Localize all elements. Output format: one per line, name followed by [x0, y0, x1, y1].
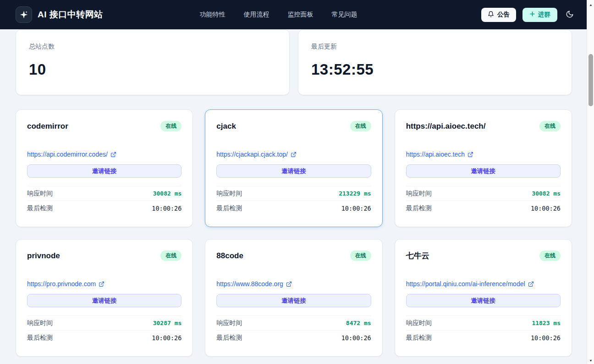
last-check-row: 最后检测 10:00:26: [27, 201, 182, 215]
stat-label: 最后更新: [311, 43, 559, 51]
invite-link-button[interactable]: 邀请链接: [27, 294, 182, 307]
invite-link-button[interactable]: 邀请链接: [27, 164, 182, 178]
last-check-label: 最后检测: [216, 334, 242, 342]
site-url-link[interactable]: https://cjackapi.cjack.top/: [216, 151, 288, 158]
announcement-label: 公告: [497, 11, 510, 19]
site-url-link[interactable]: https://www.88code.org: [216, 280, 283, 288]
site-name: privnode: [27, 251, 60, 261]
nav-link-workflow[interactable]: 使用流程: [243, 11, 269, 19]
last-check-value: 10:00:26: [341, 205, 371, 212]
site-name: codemirror: [27, 122, 68, 131]
invite-link-button[interactable]: 邀请链接: [406, 294, 561, 307]
response-time-value: 30082 ms: [153, 190, 182, 197]
scrollbar-up-arrow[interactable]: ▲: [587, 1, 594, 8]
scrollbar[interactable]: ▲ ▼: [587, 0, 594, 364]
nav-link-features[interactable]: 功能特性: [199, 11, 225, 19]
external-link-icon: [291, 152, 297, 158]
site-card-header: codemirror 在线: [27, 121, 182, 131]
response-time-row: 响应时间 8472 ms: [216, 315, 371, 330]
sparkle-logo-icon: [16, 6, 32, 23]
response-time-row: 响应时间 30082 ms: [27, 186, 182, 201]
nav-links: 功能特性 使用流程 监控面板 常见问题: [199, 11, 357, 19]
response-time-label: 响应时间: [406, 319, 432, 327]
response-time-value: 8472 ms: [346, 320, 371, 326]
site-card-header: 七牛云 在线: [406, 250, 561, 261]
navbar: AI 接口中转网站 功能特性 使用流程 监控面板 常见问题 公告 进群: [0, 0, 594, 29]
dark-mode-toggle[interactable]: [566, 10, 574, 20]
response-time-value: 30082 ms: [532, 190, 561, 197]
last-check-label: 最后检测: [216, 204, 242, 212]
site-card: cjack 在线 https://cjackapi.cjack.top/ 邀请链…: [205, 109, 382, 227]
site-title: AI 接口中转网站: [38, 9, 103, 21]
site-url-link[interactable]: https://api.aioec.tech: [406, 151, 465, 158]
site-link-row: https://pro.privnode.com: [27, 280, 182, 288]
site-link-row: https://api.aioec.tech: [406, 151, 561, 158]
invite-link-button[interactable]: 邀请链接: [216, 294, 371, 307]
external-link-icon: [528, 281, 534, 287]
last-check-value: 10:00:26: [531, 205, 561, 212]
site-link-row: https://portal.qiniu.com/ai-inference/mo…: [406, 280, 561, 288]
last-check-row: 最后检测 10:00:26: [27, 330, 182, 345]
last-check-label: 最后检测: [27, 334, 53, 342]
response-time-row: 响应时间 30287 ms: [27, 315, 182, 330]
site-card: codemirror 在线 https://api.codemirror.cod…: [16, 109, 193, 227]
site-card: https://api.aioec.tech/ 在线 https://api.a…: [395, 109, 572, 227]
site-link-row: https://cjackapi.cjack.top/: [216, 151, 371, 158]
external-link-icon: [468, 152, 473, 158]
status-badge: 在线: [539, 250, 561, 261]
brand: AI 接口中转网站: [16, 6, 103, 23]
join-group-button[interactable]: 进群: [522, 8, 557, 22]
site-url-link[interactable]: https://api.codemirror.codes/: [27, 151, 108, 158]
response-time-value: 213229 ms: [339, 190, 371, 197]
last-check-row: 最后检测 10:00:26: [406, 201, 561, 215]
invite-link-button[interactable]: 邀请链接: [216, 164, 371, 178]
site-url-link[interactable]: https://portal.qiniu.com/ai-inference/mo…: [406, 280, 525, 288]
site-link-row: https://api.codemirror.codes/: [27, 151, 182, 158]
response-time-row: 响应时间 11823 ms: [406, 315, 561, 330]
nav-actions: 公告 进群: [481, 8, 574, 22]
last-check-value: 10:00:26: [152, 205, 182, 212]
stat-label: 总站点数: [29, 43, 276, 51]
response-time-label: 响应时间: [216, 319, 242, 327]
announcement-button[interactable]: 公告: [481, 8, 516, 22]
stat-value: 10: [29, 61, 276, 78]
site-grid: codemirror 在线 https://api.codemirror.cod…: [16, 109, 572, 357]
external-link-icon: [286, 281, 292, 287]
response-time-row: 响应时间 213229 ms: [216, 186, 371, 201]
last-check-label: 最后检测: [27, 204, 53, 212]
nav-link-faq[interactable]: 常见问题: [331, 11, 357, 19]
stat-value: 13:52:55: [311, 61, 559, 78]
last-check-value: 10:00:26: [341, 334, 371, 342]
last-check-value: 10:00:26: [531, 334, 561, 342]
status-badge: 在线: [160, 121, 182, 131]
status-badge: 在线: [350, 121, 371, 131]
response-time-label: 响应时间: [27, 190, 53, 198]
site-name: https://api.aioec.tech/: [406, 122, 486, 131]
scrollbar-down-arrow[interactable]: ▼: [587, 357, 594, 364]
last-check-row: 最后检测 10:00:26: [216, 201, 371, 215]
last-check-value: 10:00:26: [152, 334, 182, 342]
site-card-header: privnode 在线: [27, 250, 182, 261]
external-link-icon: [110, 152, 116, 158]
site-name: 88code: [216, 251, 243, 261]
site-url-link[interactable]: https://pro.privnode.com: [27, 280, 96, 288]
site-card-header: cjack 在线: [216, 121, 371, 131]
site-name: cjack: [216, 122, 236, 131]
moon-icon: [566, 10, 574, 20]
last-check-row: 最后检测 10:00:26: [216, 330, 371, 345]
nav-link-monitor[interactable]: 监控面板: [287, 11, 313, 19]
invite-link-button[interactable]: 邀请链接: [406, 164, 561, 178]
external-link-icon: [99, 281, 104, 287]
site-card: 七牛云 在线 https://portal.qiniu.com/ai-infer…: [395, 239, 572, 357]
main-content: 总站点数 10 最后更新 13:52:55 codemirror 在线 http…: [0, 29, 594, 357]
response-time-row: 响应时间 30082 ms: [406, 186, 561, 201]
response-time-label: 响应时间: [406, 190, 432, 198]
site-link-row: https://www.88code.org: [216, 280, 371, 288]
site-card-header: https://api.aioec.tech/ 在线: [406, 121, 561, 131]
site-card: privnode 在线 https://pro.privnode.com 邀请链…: [16, 239, 193, 357]
scrollbar-thumb[interactable]: [588, 54, 593, 106]
join-group-label: 进群: [538, 11, 550, 19]
response-time-label: 响应时间: [216, 190, 242, 198]
site-card: 88code 在线 https://www.88code.org 邀请链接 响应…: [205, 239, 382, 357]
response-time-value: 11823 ms: [532, 320, 561, 326]
